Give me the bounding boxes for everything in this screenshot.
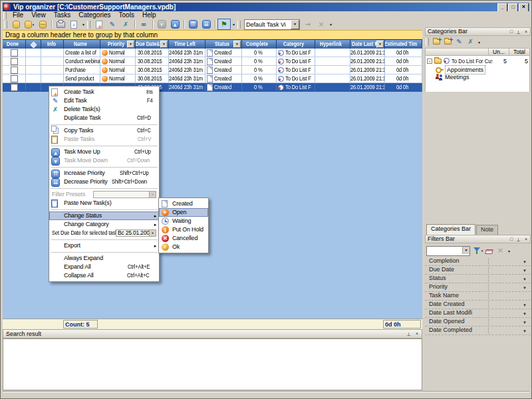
column-header-time-left[interactable]: Time Left	[169, 39, 205, 49]
menu-item-copy-tasks[interactable]: Copy TasksCtrl+C	[49, 126, 159, 135]
delete-category-button[interactable]	[465, 37, 476, 47]
task-view-combo[interactable]: Default Task Vi▼	[244, 19, 300, 30]
menu-item-increase-priority[interactable]: Increase PriorityShift+Ctrl+Up	[49, 169, 159, 178]
chevron-down-icon[interactable]: ▼	[523, 285, 527, 292]
delete-task-button[interactable]	[119, 19, 132, 30]
save-database-button[interactable]	[36, 19, 49, 30]
menu-item-change-category[interactable]: Change Category▸	[49, 220, 159, 229]
float-panel-icon[interactable]: □	[508, 236, 515, 243]
column-header-status[interactable]: Status▼	[205, 39, 242, 49]
close-icon[interactable]: ×	[523, 236, 529, 243]
print-button[interactable]	[54, 19, 67, 30]
chevron-down-icon[interactable]: ▼	[523, 302, 527, 309]
col-category[interactable]	[425, 48, 489, 56]
column-header-name[interactable]: Name	[64, 39, 100, 49]
column-header-due-date-t[interactable]: Due Date&T▼	[136, 39, 169, 49]
restore-button[interactable]: □	[508, 3, 518, 11]
filter-row-status[interactable]: Status▼	[425, 275, 531, 283]
task-row[interactable]: Create a list ofNormal30.08.20152406d 23…	[3, 49, 422, 57]
menu-item-duplicate-task[interactable]: Duplicate TaskCtrl+D	[49, 114, 159, 122]
search-result-header[interactable]: Search result ⊤ ×	[3, 329, 422, 338]
task-done-checkbox[interactable]	[11, 58, 18, 65]
close-icon[interactable]: ×	[414, 331, 420, 337]
filters-bar-title[interactable]: Filters Bar □ ⊤ ×	[425, 235, 531, 243]
apply-filter-button[interactable]: ▾	[472, 246, 483, 255]
column-header-estimated-tim[interactable]: Estimated Tim	[385, 39, 422, 49]
tree-item-appointments[interactable]: Appointments	[426, 65, 529, 73]
status-filter-button[interactable]: ▼	[233, 41, 241, 48]
task-row[interactable]: PurchaseNormal30.08.20152406d 23h 31mCre…	[3, 66, 422, 74]
chevron-down-icon[interactable]: ▼	[523, 267, 527, 275]
menu-item-expand-all[interactable]: Expand AllCtrl+Alt+E	[49, 263, 159, 271]
toolbar-overflow-icon[interactable]: ▾	[506, 249, 512, 253]
chevron-down-icon[interactable]: ▼	[462, 247, 469, 254]
submenu-item-put-on-hold[interactable]: Put On Hold	[159, 225, 208, 234]
increase-priority-button[interactable]	[186, 19, 200, 30]
add-category-button[interactable]	[431, 37, 442, 47]
task-row[interactable]: Send productNormal30.08.20152406d 23h 31…	[3, 74, 422, 83]
pin-icon[interactable]: ⊤	[406, 331, 412, 337]
task-done-checkbox[interactable]	[11, 75, 18, 82]
submenu-item-open[interactable]: Open	[159, 208, 208, 217]
column-header-done[interactable]: Done	[3, 39, 26, 49]
date-last-m-filter-button[interactable]: ▼	[376, 41, 384, 48]
column-header-date-last-m[interactable]: Date Last M▼	[350, 39, 385, 49]
menu-view[interactable]: View	[27, 11, 50, 19]
chevron-down-icon[interactable]: ▼	[523, 259, 527, 266]
tree-item-meetings[interactable]: Meetings	[426, 73, 529, 81]
filter-row-date-last-modifi[interactable]: Date Last Modifi▼	[425, 309, 531, 318]
task-done-checkbox[interactable]	[11, 49, 18, 57]
menu-tools[interactable]: Tools	[115, 11, 138, 19]
tree-expander[interactable]: -	[427, 59, 432, 64]
menu-item-export[interactable]: Export▸	[49, 241, 159, 250]
menu-item-decrease-priority[interactable]: Decrease PriorityShift+Ctrl+Down	[49, 178, 159, 186]
edit-task-button[interactable]	[106, 19, 119, 30]
tab-note[interactable]: Note	[476, 225, 498, 235]
chevron-down-icon[interactable]: ▾	[33, 23, 35, 27]
filter-preset-combo[interactable]: ▼	[426, 246, 470, 256]
chevron-down-icon[interactable]: ▼	[523, 276, 527, 283]
due-date-t-filter-button[interactable]: ▼	[160, 41, 168, 48]
close-icon[interactable]: ×	[523, 29, 529, 35]
decrease-priority-button[interactable]	[200, 19, 213, 30]
edit-category-button[interactable]	[454, 37, 465, 47]
menu-item-always-expand[interactable]: Always Expand	[49, 254, 159, 263]
clear-filter-button[interactable]	[483, 246, 495, 255]
menu-combo[interactable]: Bc 25.01.2009▼	[116, 229, 156, 237]
menu-item-task-move-up[interactable]: Task Move UpCtrl+Up	[49, 148, 159, 156]
submenu-item-created[interactable]: Created	[159, 200, 208, 208]
menu-tasks[interactable]: Tasks	[50, 11, 75, 19]
filter-row-completion[interactable]: Completion▼	[425, 257, 531, 266]
task-done-checkbox[interactable]	[11, 84, 18, 91]
menu-item-create-task[interactable]: Create TaskIns	[49, 88, 159, 96]
close-button[interactable]: ×	[519, 3, 529, 11]
menu-item-paste-new-task-s-[interactable]: Paste New Task(s)	[49, 199, 159, 207]
chevron-down-icon[interactable]: ▼	[523, 311, 527, 318]
chevron-down-icon[interactable]: ▼	[149, 192, 156, 198]
column-header-info[interactable]: Info	[41, 39, 64, 49]
col-unread[interactable]: Un...	[489, 48, 509, 56]
submenu-item-waiting[interactable]: Waiting	[159, 217, 208, 225]
menu-file[interactable]: File	[9, 11, 27, 19]
print-preview-button[interactable]	[67, 19, 80, 30]
filter-row-task-name[interactable]: Task Name	[425, 292, 531, 301]
task-row[interactable]: Conduct webinarNormal30.08.20152406d 23h…	[3, 57, 422, 66]
title-bar[interactable]: Vip organizer [C:\CustomerSupportManager…	[3, 3, 529, 11]
menu-item-delete-task-s-[interactable]: Delete Task(s)	[49, 105, 159, 114]
view-task-button[interactable]	[137, 19, 150, 30]
toolbar-overflow-icon[interactable]: ▾	[80, 22, 86, 27]
menu-item-collapse-all[interactable]: Collapse AllCtrl+Alt+C	[49, 271, 159, 280]
pin-icon[interactable]: ⊤	[515, 236, 522, 243]
menu-help[interactable]: Help	[138, 11, 160, 19]
menu-item-set-due-date-for-selected-tasks[interactable]: Set Due Date for selected tasksBc 25.01.…	[49, 229, 159, 237]
filter-row-priority[interactable]: Priority▼	[425, 283, 531, 292]
column-header-complete[interactable]: Complete	[242, 39, 277, 49]
menu-item-edit-task[interactable]: Edit TaskF4	[49, 96, 159, 105]
filter-row-date-created[interactable]: Date Created▼	[425, 301, 531, 309]
minimize-button[interactable]: _	[497, 3, 507, 11]
menu-combo[interactable]: ▼	[93, 191, 156, 198]
group-by-bar[interactable]: Drag a column header here to group by th…	[3, 30, 422, 39]
new-database-button[interactable]	[9, 19, 23, 30]
tab-categories-bar[interactable]: Categories Bar	[426, 224, 475, 235]
add-subcategory-button[interactable]	[442, 37, 454, 47]
